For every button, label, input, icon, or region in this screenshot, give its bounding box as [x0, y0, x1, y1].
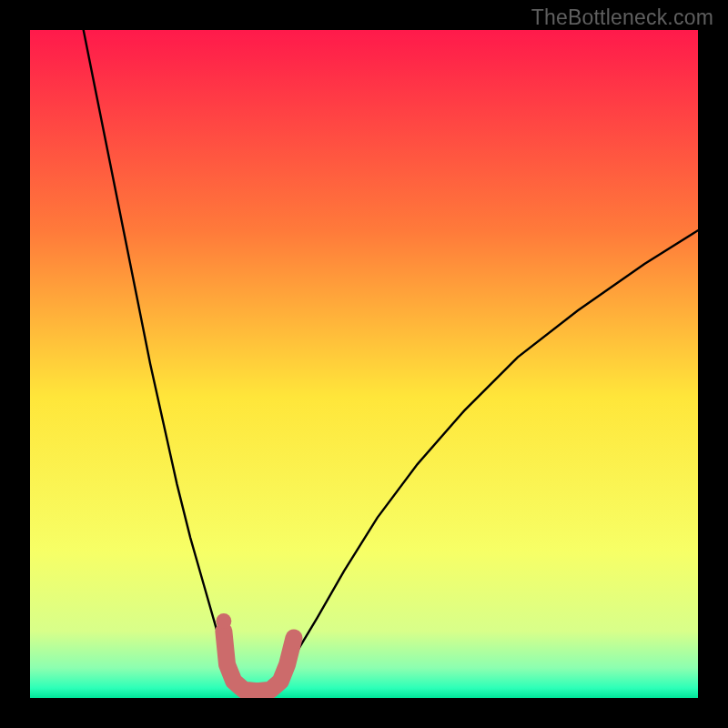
chart-frame: TheBottleneck.com	[0, 0, 728, 728]
curves-layer	[30, 30, 698, 698]
plot-area	[30, 30, 698, 698]
marker-band	[224, 632, 294, 692]
bottleneck-curve-left	[84, 30, 251, 698]
bottleneck-curve-right	[270, 230, 698, 698]
watermark-text: TheBottleneck.com	[531, 5, 713, 30]
marker-dot	[216, 613, 231, 629]
